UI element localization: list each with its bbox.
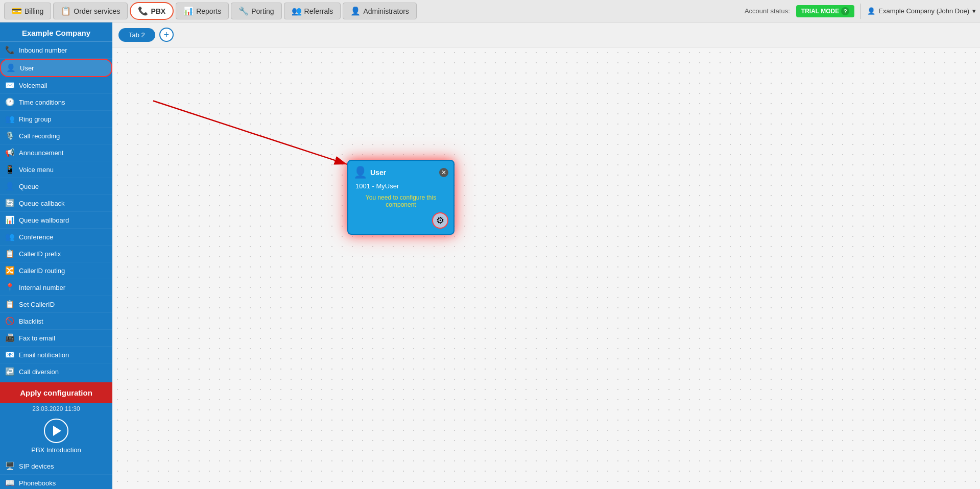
trial-help-icon[interactable]: ?	[841, 7, 849, 15]
sidebar-item-label: User	[20, 64, 34, 72]
referrals-icon: 👥	[292, 6, 302, 16]
user-card-header: 👤 User ✕	[353, 166, 448, 179]
sidebar: Example Company 📞 Inbound number 👤 User …	[0, 22, 112, 489]
nav-billing[interactable]: 💳 Billing	[4, 3, 51, 19]
sidebar-item-label: Conference	[19, 233, 53, 241]
sidebar-item-queue-callback[interactable]: 🔄 Queue callback	[0, 195, 112, 212]
pbx-intro-label: PBX Introduction	[31, 446, 81, 454]
sidebar-item-label: Fax to email	[19, 334, 55, 342]
play-icon	[53, 426, 61, 436]
user-card-title: 👤 User	[353, 166, 386, 179]
fax-icon: 📠	[5, 333, 15, 343]
play-button[interactable]	[44, 419, 68, 443]
canvas-area[interactable]: 👤 User ✕ 1001 - MyUser You need to confi…	[112, 47, 980, 489]
time-conditions-icon: 🕐	[5, 97, 15, 107]
user-card-footer: ⚙	[353, 212, 448, 229]
sidebar-item-label: Inbound number	[19, 46, 67, 54]
apply-timestamp: 23.03.2020 11:30	[0, 403, 112, 414]
nav-divider	[861, 4, 861, 19]
sidebar-item-callerid-prefix[interactable]: 📋 CallerID prefix	[0, 246, 112, 262]
user-icon: 👤	[6, 63, 16, 72]
sidebar-scroll: 📞 Inbound number 👤 User ✉️ Voicemail 🕐 T…	[0, 42, 112, 489]
call-diversion-icon: ↩️	[5, 367, 15, 376]
nav-porting[interactable]: 🔧 Porting	[231, 3, 281, 19]
user-card-subtitle: 1001 - MyUser	[353, 182, 448, 190]
account-status-label: Account status:	[745, 7, 790, 15]
sidebar-item-label: Queue callback	[19, 200, 65, 207]
sidebar-item-sip-devices[interactable]: 🖥️ SIP devices	[0, 458, 112, 475]
trial-badge-text: TRIAL MODE	[801, 8, 839, 15]
nav-reports[interactable]: 📊 Reports	[176, 3, 229, 19]
user-card-title-text: User	[370, 168, 386, 177]
nav-referrals-label: Referrals	[304, 7, 333, 15]
pbx-intro-section: PBX Introduction	[0, 414, 112, 458]
add-tab-button[interactable]: +	[159, 28, 174, 42]
sidebar-item-ring-group[interactable]: 👥 Ring group	[0, 111, 112, 128]
nav-pbx[interactable]: 📞 PBX	[130, 2, 174, 20]
callerid-routing-icon: 🔀	[5, 266, 15, 275]
set-callerid-icon: 📋	[5, 300, 15, 309]
nav-reports-label: Reports	[196, 7, 221, 15]
tab-2-button[interactable]: Tab 2	[118, 28, 155, 42]
sidebar-item-label: CallerID prefix	[19, 250, 61, 258]
sidebar-item-label: SIP devices	[19, 462, 54, 470]
chevron-down-icon: ▾	[972, 7, 976, 15]
sidebar-item-time-conditions[interactable]: 🕐 Time conditions	[0, 94, 112, 111]
nav-pbx-label: PBX	[151, 7, 165, 15]
ring-group-icon: 👥	[5, 114, 15, 124]
nav-porting-label: Porting	[251, 7, 274, 15]
sidebar-item-label: Set CallerID	[19, 301, 55, 308]
content-area: Tab 2 + 👤 User ✕	[112, 22, 980, 489]
sidebar-item-voicemail[interactable]: ✉️ Voicemail	[0, 77, 112, 94]
user-info[interactable]: 👤 Example Company (John Doe) ▾	[867, 7, 976, 15]
content-toolbar: Tab 2 +	[112, 22, 980, 47]
sidebar-item-label: Phonebooks	[19, 479, 56, 487]
sidebar-item-callerid-routing[interactable]: 🔀 CallerID routing	[0, 262, 112, 279]
sidebar-item-email-notification[interactable]: 📧 Email notification	[0, 347, 112, 363]
sidebar-item-call-diversion[interactable]: ↩️ Call diversion	[0, 363, 112, 380]
porting-icon: 🔧	[238, 6, 249, 16]
call-recording-icon: 🎙️	[5, 131, 15, 140]
internal-number-icon: 📍	[5, 283, 15, 292]
sidebar-item-label: Voicemail	[19, 82, 47, 89]
inbound-number-icon: 📞	[5, 45, 15, 55]
nav-referrals[interactable]: 👥 Referrals	[284, 3, 341, 19]
administrators-icon: 👤	[350, 6, 361, 16]
sidebar-item-announcement[interactable]: 📢 Announcement	[0, 144, 112, 161]
sidebar-item-label: Call diversion	[19, 368, 59, 376]
email-icon: 📧	[5, 350, 15, 359]
queue-callback-icon: 🔄	[5, 199, 15, 208]
sidebar-item-blacklist[interactable]: 🚫 Blacklist	[0, 313, 112, 330]
sidebar-item-label: Voice menu	[19, 166, 54, 174]
sidebar-item-set-callerid[interactable]: 📋 Set CallerID	[0, 296, 112, 313]
voicemail-icon: ✉️	[5, 81, 15, 90]
nav-billing-label: Billing	[25, 7, 43, 15]
sidebar-item-conference[interactable]: 👥 Conference	[0, 229, 112, 246]
nav-order-services-label: Order services	[74, 7, 120, 15]
trial-badge[interactable]: TRIAL MODE ?	[796, 5, 854, 17]
order-services-icon: 📋	[61, 6, 71, 16]
nav-administrators-label: Administrators	[363, 7, 409, 15]
user-card-warning: You need to configure this component	[353, 194, 448, 208]
pbx-icon: 📞	[138, 6, 148, 16]
sidebar-item-queue-wallboard[interactable]: 📊 Queue wallboard	[0, 212, 112, 229]
nav-order-services[interactable]: 📋 Order services	[53, 3, 128, 19]
nav-administrators[interactable]: 👤 Administrators	[343, 3, 416, 19]
billing-icon: 💳	[12, 6, 22, 16]
voice-menu-icon: 📱	[5, 165, 15, 174]
sidebar-item-voice-menu[interactable]: 📱 Voice menu	[0, 161, 112, 178]
sidebar-item-queue[interactable]: 👤 Queue	[0, 178, 112, 195]
sidebar-item-user[interactable]: 👤 User	[0, 59, 112, 77]
sidebar-item-internal-number[interactable]: 📍 Internal number	[0, 279, 112, 296]
apply-configuration-button[interactable]: Apply configuration	[0, 382, 112, 403]
queue-wallboard-icon: 📊	[5, 215, 15, 225]
sidebar-item-phonebooks[interactable]: 📖 Phonebooks	[0, 475, 112, 489]
sidebar-item-fax-to-email[interactable]: 📠 Fax to email	[0, 330, 112, 347]
user-card-gear-button[interactable]: ⚙	[432, 212, 448, 229]
sidebar-item-call-recording[interactable]: 🎙️ Call recording	[0, 128, 112, 144]
sidebar-item-label: Time conditions	[19, 99, 65, 106]
main-layout: Example Company 📞 Inbound number 👤 User …	[0, 22, 980, 489]
sidebar-item-inbound-number[interactable]: 📞 Inbound number	[0, 42, 112, 59]
sidebar-item-label: Call recording	[19, 132, 60, 140]
user-card-close-button[interactable]: ✕	[439, 168, 448, 177]
